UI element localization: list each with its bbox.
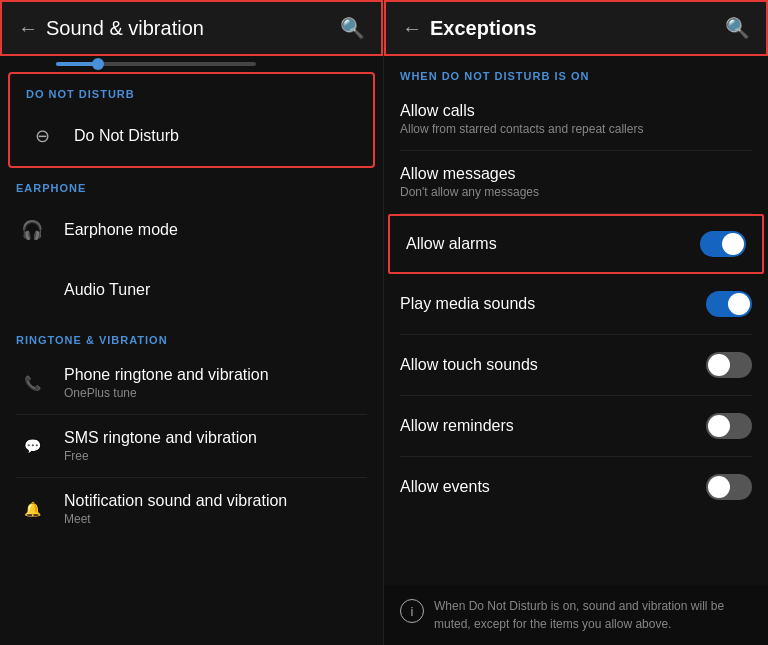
allow-reminders-title: Allow reminders — [400, 417, 706, 435]
allow-touch-sounds-content: Allow touch sounds — [400, 356, 706, 374]
allow-alarms-toggle-thumb — [722, 233, 744, 255]
info-icon: i — [400, 599, 424, 623]
allow-reminders-content: Allow reminders — [400, 417, 706, 435]
do-not-disturb-title: Do Not Disturb — [74, 127, 179, 145]
when-dnd-label: WHEN DO NOT DISTURB IS ON — [384, 56, 768, 88]
sms-ringtone-content: SMS ringtone and vibration Free — [64, 429, 257, 463]
phone-ringtone-content: Phone ringtone and vibration OnePlus tun… — [64, 366, 269, 400]
play-media-sounds-title: Play media sounds — [400, 295, 706, 313]
earphone-icon: 🎧 — [16, 214, 48, 246]
allow-messages-item[interactable]: Allow messages Don't allow any messages — [384, 151, 768, 213]
allow-alarms-toggle[interactable] — [700, 231, 746, 257]
notification-sound-content: Notification sound and vibration Meet — [64, 492, 287, 526]
play-media-sounds-content: Play media sounds — [400, 295, 706, 313]
audio-tuner-item[interactable]: Audio Tuner — [0, 260, 383, 320]
allow-messages-content: Allow messages Don't allow any messages — [400, 165, 752, 199]
phone-ringtone-title: Phone ringtone and vibration — [64, 366, 269, 384]
allow-calls-subtitle: Allow from starred contacts and repeat c… — [400, 122, 752, 136]
notification-sound-title: Notification sound and vibration — [64, 492, 287, 510]
play-media-sounds-item[interactable]: Play media sounds — [384, 274, 768, 334]
left-back-button[interactable]: ← — [18, 17, 38, 40]
allow-alarms-title: Allow alarms — [406, 235, 700, 253]
allow-events-item[interactable]: Allow events — [384, 457, 768, 517]
earphone-title: Earphone mode — [64, 221, 178, 239]
right-header-title: Exceptions — [430, 17, 725, 40]
notification-sound-subtitle: Meet — [64, 512, 287, 526]
left-panel: ← Sound & vibration 🔍 DO NOT DISTURB ⊖ D… — [0, 0, 384, 645]
allow-touch-sounds-item[interactable]: Allow touch sounds — [384, 335, 768, 395]
allow-calls-item[interactable]: Allow calls Allow from starred contacts … — [384, 88, 768, 150]
right-panel: ← Exceptions 🔍 WHEN DO NOT DISTURB IS ON… — [384, 0, 768, 645]
volume-slider-row — [0, 56, 383, 72]
audio-tuner-content: Audio Tuner — [64, 281, 150, 299]
allow-messages-subtitle: Don't allow any messages — [400, 185, 752, 199]
volume-slider-thumb — [92, 58, 104, 70]
info-row: i When Do Not Disturb is on, sound and v… — [384, 585, 768, 645]
left-header: ← Sound & vibration 🔍 — [0, 0, 383, 56]
notification-sound-item[interactable]: 🔔 Notification sound and vibration Meet — [0, 478, 383, 540]
do-not-disturb-icon: ⊖ — [26, 120, 58, 152]
volume-slider[interactable] — [56, 62, 256, 66]
allow-reminders-item[interactable]: Allow reminders — [384, 396, 768, 456]
allow-events-toggle[interactable] — [706, 474, 752, 500]
sms-ringtone-title: SMS ringtone and vibration — [64, 429, 257, 447]
left-search-icon[interactable]: 🔍 — [340, 16, 365, 40]
earphone-content: Earphone mode — [64, 221, 178, 239]
allow-calls-content: Allow calls Allow from starred contacts … — [400, 102, 752, 136]
phone-ringtone-subtitle: OnePlus tune — [64, 386, 269, 400]
allow-reminders-toggle-thumb — [708, 415, 730, 437]
notification-sound-icon: 🔔 — [16, 493, 48, 525]
allow-events-title: Allow events — [400, 478, 706, 496]
audio-tuner-title: Audio Tuner — [64, 281, 150, 299]
phone-ringtone-icon: 📞 — [16, 367, 48, 399]
allow-touch-sounds-toggle[interactable] — [706, 352, 752, 378]
allow-events-toggle-thumb — [708, 476, 730, 498]
allow-calls-title: Allow calls — [400, 102, 752, 120]
sms-ringtone-icon: 💬 — [16, 430, 48, 462]
phone-ringtone-item[interactable]: 📞 Phone ringtone and vibration OnePlus t… — [0, 352, 383, 414]
audio-tuner-icon — [16, 274, 48, 306]
do-not-disturb-label: DO NOT DISTURB — [10, 74, 373, 106]
earphone-mode-item[interactable]: 🎧 Earphone mode — [0, 200, 383, 260]
allow-reminders-toggle[interactable] — [706, 413, 752, 439]
play-media-sounds-toggle[interactable] — [706, 291, 752, 317]
allow-messages-title: Allow messages — [400, 165, 752, 183]
sms-ringtone-subtitle: Free — [64, 449, 257, 463]
allow-touch-sounds-title: Allow touch sounds — [400, 356, 706, 374]
play-media-sounds-toggle-thumb — [728, 293, 750, 315]
do-not-disturb-section: DO NOT DISTURB ⊖ Do Not Disturb — [8, 72, 375, 168]
do-not-disturb-content: Do Not Disturb — [74, 127, 179, 145]
earphone-label: EARPHONE — [0, 168, 383, 200]
do-not-disturb-item[interactable]: ⊖ Do Not Disturb — [10, 106, 373, 166]
info-text: When Do Not Disturb is on, sound and vib… — [434, 597, 752, 633]
volume-slider-fill — [56, 62, 96, 66]
allow-alarms-item[interactable]: Allow alarms — [388, 214, 764, 274]
right-back-button[interactable]: ← — [402, 17, 422, 40]
right-search-icon[interactable]: 🔍 — [725, 16, 750, 40]
allow-events-content: Allow events — [400, 478, 706, 496]
allow-touch-sounds-toggle-thumb — [708, 354, 730, 376]
right-header: ← Exceptions 🔍 — [384, 0, 768, 56]
ringtone-label: RINGTONE & VIBRATION — [0, 320, 383, 352]
sms-ringtone-item[interactable]: 💬 SMS ringtone and vibration Free — [0, 415, 383, 477]
left-header-title: Sound & vibration — [46, 17, 340, 40]
allow-alarms-content: Allow alarms — [406, 235, 700, 253]
